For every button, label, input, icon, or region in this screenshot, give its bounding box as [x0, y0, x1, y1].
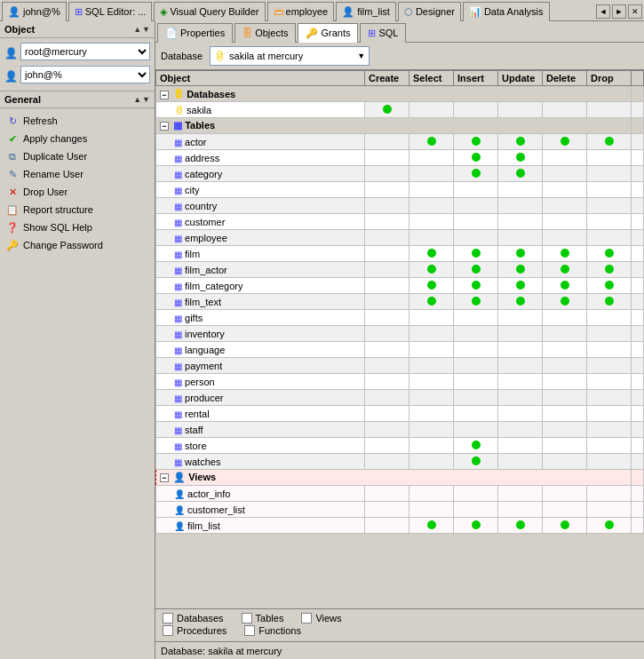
- general-arrow-down[interactable]: ▼: [142, 95, 150, 104]
- delete-cell[interactable]: [543, 134, 587, 150]
- create-cell[interactable]: [365, 454, 409, 470]
- create-cell[interactable]: [365, 134, 409, 150]
- select-cell[interactable]: [409, 342, 454, 358]
- drop-cell[interactable]: [587, 134, 632, 150]
- nav-left[interactable]: ◄: [596, 4, 610, 19]
- delete-cell[interactable]: [543, 422, 587, 438]
- delete-cell[interactable]: [543, 230, 587, 246]
- select-cell[interactable]: [409, 230, 454, 246]
- insert-cell[interactable]: [454, 486, 498, 502]
- section-arrow-down[interactable]: ▼: [142, 25, 150, 34]
- insert-cell[interactable]: [454, 406, 498, 422]
- drop-cell[interactable]: [587, 486, 632, 502]
- permission-dot[interactable]: [427, 249, 436, 258]
- tab-film-list[interactable]: 👤 film_list: [336, 2, 396, 21]
- permission-dot[interactable]: [516, 520, 525, 529]
- insert-cell[interactable]: [454, 262, 498, 278]
- permission-dot[interactable]: [605, 281, 614, 290]
- expand-tables[interactable]: −: [160, 122, 169, 131]
- update-cell[interactable]: [498, 310, 543, 326]
- update-cell[interactable]: [498, 358, 543, 374]
- insert-cell[interactable]: [454, 214, 498, 230]
- create-cell[interactable]: [365, 166, 409, 182]
- select-cell[interactable]: [409, 454, 454, 470]
- permission-dot[interactable]: [605, 297, 614, 306]
- tab-employee[interactable]: 🗃 employee: [267, 2, 335, 21]
- menu-duplicate-user[interactable]: ⧉ Duplicate User: [2, 147, 153, 165]
- drop-cell[interactable]: [587, 454, 632, 470]
- delete-cell[interactable]: [543, 390, 587, 406]
- permission-dot[interactable]: [383, 105, 392, 114]
- create-cell[interactable]: [365, 182, 409, 198]
- checkbox-procedures[interactable]: [163, 625, 173, 636]
- permission-dot[interactable]: [516, 281, 525, 290]
- select-cell[interactable]: [409, 326, 454, 342]
- section-arrow-up[interactable]: ▲: [133, 25, 141, 34]
- drop-cell[interactable]: [587, 278, 632, 294]
- database-dropdown[interactable]: 🛢 sakila at mercury ▼: [210, 46, 370, 66]
- delete-cell[interactable]: [543, 214, 587, 230]
- delete-cell[interactable]: [543, 102, 587, 118]
- drop-cell[interactable]: [587, 310, 632, 326]
- tab-grants[interactable]: 🔑 Grants: [298, 23, 358, 43]
- select-cell[interactable]: [409, 262, 454, 278]
- delete-cell[interactable]: [543, 486, 587, 502]
- delete-cell[interactable]: [543, 150, 587, 166]
- insert-cell[interactable]: [454, 422, 498, 438]
- create-cell[interactable]: [365, 102, 409, 118]
- create-cell[interactable]: [365, 310, 409, 326]
- update-cell[interactable]: [498, 390, 543, 406]
- insert-cell[interactable]: [454, 358, 498, 374]
- user-select-1[interactable]: root@mercury: [20, 43, 150, 60]
- permission-dot[interactable]: [472, 153, 481, 162]
- select-cell[interactable]: [409, 102, 454, 118]
- update-cell[interactable]: [498, 230, 543, 246]
- insert-cell[interactable]: [454, 438, 498, 454]
- insert-cell[interactable]: [454, 518, 498, 534]
- menu-change-password[interactable]: 🔑 Change Password: [2, 236, 153, 254]
- update-cell[interactable]: [498, 438, 543, 454]
- drop-cell[interactable]: [587, 422, 632, 438]
- create-cell[interactable]: [365, 294, 409, 310]
- select-cell[interactable]: [409, 486, 454, 502]
- update-cell[interactable]: [498, 134, 543, 150]
- tab-objects[interactable]: 🗄 Objects: [235, 23, 296, 43]
- tab-designer[interactable]: ⬡ Designer: [398, 2, 461, 21]
- insert-cell[interactable]: [454, 390, 498, 406]
- checkbox-databases[interactable]: [163, 613, 173, 623]
- tab-data-analysis[interactable]: 📊 Data Analysis: [463, 2, 550, 21]
- insert-cell[interactable]: [454, 502, 498, 518]
- permission-dot[interactable]: [516, 169, 525, 178]
- insert-cell[interactable]: [454, 166, 498, 182]
- permission-dot[interactable]: [472, 249, 481, 258]
- delete-cell[interactable]: [543, 310, 587, 326]
- drop-cell[interactable]: [587, 246, 632, 262]
- delete-cell[interactable]: [543, 438, 587, 454]
- update-cell[interactable]: [498, 246, 543, 262]
- update-cell[interactable]: [498, 374, 543, 390]
- drop-cell[interactable]: [587, 262, 632, 278]
- permission-dot[interactable]: [472, 520, 481, 529]
- create-cell[interactable]: [365, 358, 409, 374]
- permission-dot[interactable]: [605, 265, 614, 274]
- insert-cell[interactable]: [454, 134, 498, 150]
- select-cell[interactable]: [409, 214, 454, 230]
- menu-apply-changes[interactable]: ✔ Apply changes: [2, 130, 153, 147]
- create-cell[interactable]: [365, 214, 409, 230]
- create-cell[interactable]: [365, 278, 409, 294]
- insert-cell[interactable]: [454, 246, 498, 262]
- delete-cell[interactable]: [543, 342, 587, 358]
- select-cell[interactable]: [409, 502, 454, 518]
- delete-cell[interactable]: [543, 326, 587, 342]
- create-cell[interactable]: [365, 438, 409, 454]
- expand-views[interactable]: −: [160, 473, 169, 482]
- select-cell[interactable]: [409, 278, 454, 294]
- permission-dot[interactable]: [561, 265, 569, 274]
- drop-cell[interactable]: [587, 294, 632, 310]
- update-cell[interactable]: [498, 486, 543, 502]
- create-cell[interactable]: [365, 422, 409, 438]
- select-cell[interactable]: [409, 310, 454, 326]
- update-cell[interactable]: [498, 518, 543, 534]
- select-cell[interactable]: [409, 390, 454, 406]
- permission-dot[interactable]: [472, 265, 481, 274]
